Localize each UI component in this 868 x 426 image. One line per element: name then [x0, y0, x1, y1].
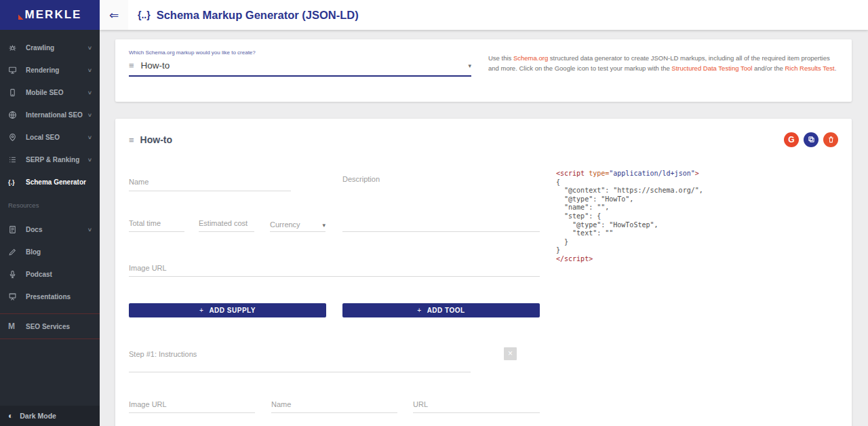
schema-selector-card: Which Schema.org markup would you like t…	[115, 39, 852, 102]
sidebar-item-label: Local SEO	[26, 134, 60, 141]
howto-editor-card: ≡ How-to G	[115, 119, 852, 426]
sidebar-item-local-seo[interactable]: Local SEO˅	[0, 126, 100, 149]
remove-step-button[interactable]: ×	[504, 347, 517, 360]
phone-icon	[8, 88, 19, 97]
main-content: Which Schema.org markup would you like t…	[100, 30, 868, 426]
merkle-logo-triangle-icon	[18, 14, 24, 20]
sidebar-item-label: International SEO	[26, 111, 83, 119]
intro-text-segment: and/or the	[752, 64, 785, 72]
jsonld-code-preview: <script type="application/ld+json">{ "@c…	[556, 161, 703, 426]
sidebar-item-label: Rendering	[26, 66, 59, 74]
intro-text-segment: .	[835, 64, 837, 72]
intro-text-segment: Use this	[488, 54, 513, 62]
currency-select[interactable]: Currency ▾	[270, 214, 326, 232]
step-name-input[interactable]	[271, 395, 397, 412]
code-line: "name": "",	[556, 204, 703, 212]
merkle-logo[interactable]: MERKLE	[0, 0, 100, 30]
sidebar-main-menu: Crawling˅Rendering˅Mobile SEO˅Internatio…	[0, 30, 100, 193]
plus-icon: +	[417, 307, 421, 314]
sidebar-item-rendering[interactable]: Rendering˅	[0, 59, 100, 81]
intro-link[interactable]: Structured Data Testing Tool	[671, 64, 752, 72]
code-line: "step": {	[556, 212, 703, 221]
sidebar-item-international-seo[interactable]: International SEO˅	[0, 104, 100, 126]
google-test-button[interactable]: G	[784, 132, 799, 147]
dark-mode-label: Dark Mode	[20, 412, 56, 420]
sidebar-resources-menu: Docs˅BlogPodcastPresentations	[0, 212, 100, 308]
howto-card-title: ≡ How-to	[129, 134, 172, 145]
sidebar-item-label: SERP & Ranking	[26, 156, 79, 163]
collapse-sidebar-button[interactable]: ⇐	[100, 0, 128, 30]
image-url-input[interactable]	[129, 259, 540, 276]
name-input[interactable]	[129, 172, 291, 191]
chevron-down-icon: ˅	[88, 67, 92, 74]
add-tool-label: ADD TOOL	[427, 307, 465, 314]
sidebar-item-label: Mobile SEO	[26, 89, 64, 96]
collapse-sidebar-icon: ⇐	[109, 8, 119, 22]
intro-link[interactable]: Schema.org	[513, 54, 548, 62]
globe-icon	[8, 111, 19, 119]
sidebar-item-seo-services[interactable]: M SEO Services	[0, 313, 100, 339]
chevron-down-icon: ˅	[88, 227, 92, 233]
sidebar-item-label: Crawling	[26, 44, 54, 52]
page-title: Schema Markup Generator (JSON-LD)	[157, 9, 359, 22]
sidebar-item-serp-ranking[interactable]: SERP & Ranking˅	[0, 149, 100, 171]
braces-icon: {..}	[138, 9, 151, 20]
code-line: <script type="application/ld+json">	[556, 170, 703, 178]
dark-mode-toggle[interactable]: ◐ Dark Mode	[0, 406, 100, 426]
sidebar-item-schema-generator[interactable]: {.}Schema Generator	[0, 171, 100, 193]
chevron-down-icon: ▾	[322, 222, 326, 229]
step-url-input[interactable]	[413, 395, 540, 412]
code-line: "@type": "HowTo",	[556, 195, 703, 204]
chevron-down-icon: ˅	[88, 45, 92, 52]
sidebar-item-docs[interactable]: Docs˅	[0, 218, 100, 241]
code-line: "text": ""	[556, 229, 703, 238]
pen-icon	[8, 248, 19, 256]
copy-icon	[808, 135, 815, 145]
mic-icon	[8, 270, 19, 279]
add-supply-label: ADD SUPPLY	[209, 307, 256, 314]
chevron-down-icon: ˅	[88, 90, 92, 96]
resources-section-label: Resources	[0, 193, 100, 212]
sidebar-item-mobile-seo[interactable]: Mobile SEO˅	[0, 81, 100, 104]
chevron-down-icon: ˅	[88, 157, 92, 163]
code-line: </script>	[556, 255, 703, 264]
sidebar-item-label: Docs	[26, 226, 42, 233]
sidebar-item-label: Schema Generator	[26, 178, 86, 186]
code-line: "@context": "https://schema.org/",	[556, 187, 703, 195]
total-time-input[interactable]	[129, 214, 184, 231]
add-supply-button[interactable]: +ADD SUPPLY	[129, 303, 326, 317]
top-header: ⇐ {..} Schema Markup Generator (JSON-LD)	[100, 0, 868, 30]
description-input[interactable]	[342, 172, 540, 231]
sidebar-item-label: Blog	[26, 248, 41, 256]
estimated-cost-input[interactable]	[199, 214, 254, 231]
code-line: {	[556, 178, 703, 187]
howto-form: Currency ▾ +ADD SUPPLY +ADD TOOL ×	[129, 161, 540, 426]
sidebar-item-label: Podcast	[26, 271, 52, 278]
list-icon	[8, 155, 19, 164]
copy-markup-button[interactable]	[804, 132, 818, 147]
map-pin-icon	[8, 133, 19, 142]
delete-button[interactable]	[823, 132, 838, 147]
sidebar-item-crawling[interactable]: Crawling˅	[0, 37, 100, 59]
sidebar-item-podcast[interactable]: Podcast	[0, 263, 100, 286]
add-tool-button[interactable]: +ADD TOOL	[342, 303, 540, 317]
chevron-down-icon: ˅	[88, 134, 92, 141]
step-image-url-input[interactable]	[129, 395, 255, 412]
sidebar-item-blog[interactable]: Blog	[0, 241, 100, 263]
braces-icon: {.}	[8, 179, 19, 186]
docs-icon	[8, 225, 19, 234]
list-icon: ≡	[129, 60, 134, 71]
code-line: }	[556, 246, 703, 255]
presentation-icon	[8, 292, 19, 301]
schema-type-selected-value: How-to	[141, 60, 170, 71]
merkle-logo-text: MERKLE	[25, 8, 82, 22]
intro-link[interactable]: Rich Results Test	[785, 64, 834, 72]
code-line: }	[556, 238, 703, 247]
google-g-icon: G	[788, 135, 794, 144]
step-instructions-input[interactable]	[129, 347, 471, 372]
list-icon: ≡	[129, 135, 134, 145]
schema-question-label: Which Schema.org markup would you like t…	[129, 50, 471, 56]
sidebar: MERKLE Crawling˅Rendering˅Mobile SEO˅Int…	[0, 0, 100, 426]
sidebar-item-presentations[interactable]: Presentations	[0, 286, 100, 308]
schema-type-select[interactable]: ≡ How-to ▾	[129, 60, 471, 77]
